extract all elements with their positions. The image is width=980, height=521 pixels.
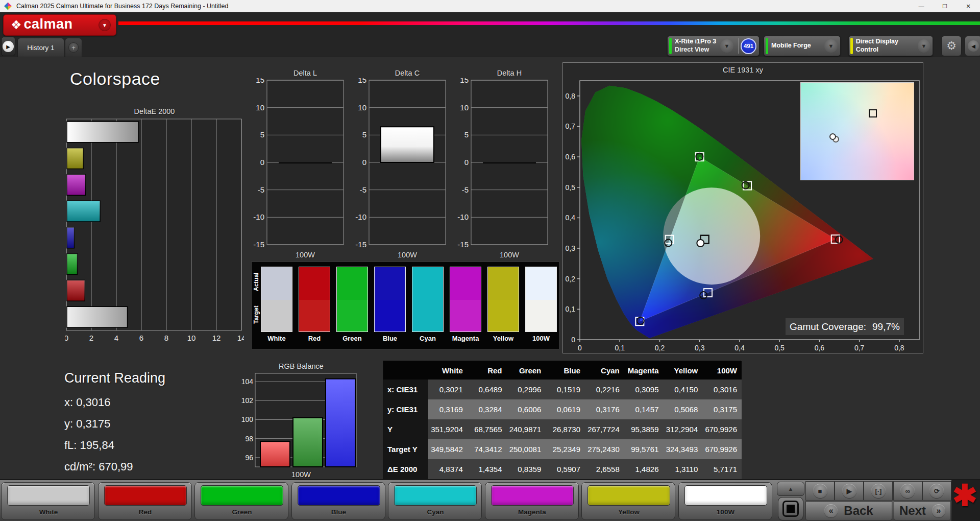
chevron-left-icon: ◀	[968, 40, 979, 52]
rgb-y-tick: 96	[245, 454, 253, 462]
table-row-label: Y	[383, 419, 428, 439]
table-cell: 349,5842	[428, 439, 468, 459]
pattern-swatch	[394, 485, 477, 506]
delta-y-tick: 5	[362, 130, 366, 139]
delta-y-tick: 15	[256, 78, 264, 84]
calman-menu-chevron-icon[interactable]: ▼	[99, 19, 111, 31]
rgb-bar-red	[260, 441, 290, 467]
swatch-red	[299, 267, 330, 332]
gear-icon: ⚙	[946, 39, 957, 53]
deltae-x-tick: 12	[212, 334, 221, 342]
table-cell: 0,1457	[624, 399, 664, 419]
delta-y-tick: -15	[457, 240, 469, 249]
cie-x-tick: 0,7	[854, 344, 865, 352]
cie-y-tick: 0,5	[566, 183, 576, 192]
delta-y-tick: 0	[362, 158, 366, 167]
chevron-down-icon[interactable]: ▼	[720, 39, 733, 53]
swatch-compare-panel: Actual Target WhiteRedGreenBlueCyanMagen…	[251, 262, 559, 349]
display-control-dropdown[interactable]: Direct Display Control ▼	[848, 36, 933, 56]
table-header-cyan: Cyan	[585, 361, 624, 380]
delta-y-tick: 10	[460, 103, 469, 112]
settings-button[interactable]: ⚙	[941, 36, 962, 56]
play-button[interactable]: ▶	[835, 481, 864, 501]
table-row-label: Target Y	[383, 439, 428, 459]
cie-1931-panel: CIE 1931 xy 0,80,70,60,50,40,30,20,1000,…	[562, 62, 923, 353]
pattern-button-100w[interactable]: 100W	[678, 482, 772, 520]
table-cell: 0,2216	[585, 380, 624, 399]
pattern-button-label: Cyan	[388, 508, 482, 516]
table-header-blue: Blue	[546, 361, 585, 380]
meter-dropdown[interactable]: X-Rite i1Pro 3 Direct View ▼ 491	[667, 36, 760, 56]
swatch-label: Blue	[374, 335, 406, 342]
delta-y-tick: -5	[462, 185, 469, 194]
table-cell: 275,2430	[585, 439, 624, 459]
collapse-panel-button[interactable]: ◀	[965, 36, 980, 56]
minimize-button[interactable]: —	[910, 0, 933, 12]
pattern-button-yellow[interactable]: Yellow	[581, 482, 675, 520]
deltae2000-chart-title: DeltaE 2000	[66, 107, 242, 115]
pattern-button-white[interactable]: White	[1, 482, 95, 520]
swatch-white	[261, 267, 292, 332]
delta-y-tick: -15	[253, 240, 264, 249]
delta-h-xlabel: 100W	[471, 251, 548, 259]
deltae-x-tick: 10	[187, 334, 196, 342]
pattern-button-label: Magenta	[485, 508, 579, 516]
close-button[interactable]: ✕	[957, 0, 980, 12]
table-cell: 0,3175	[702, 399, 742, 419]
swatch-blue	[374, 267, 406, 332]
table-cell: 267,7724	[585, 419, 624, 439]
swatch-100w	[525, 267, 557, 332]
table-cell: 1,3110	[664, 459, 703, 479]
table-cell: 324,3493	[664, 439, 703, 459]
pattern-button-blue[interactable]: Blue	[291, 482, 385, 520]
maximize-button[interactable]: ☐	[933, 0, 957, 12]
delta-y-tick: 15	[460, 78, 469, 84]
pattern-button-cyan[interactable]: Cyan	[388, 482, 482, 520]
delta-y-tick: 10	[358, 103, 366, 112]
table-cell: 351,9204	[428, 419, 468, 439]
cie-y-tick: 0,7	[566, 122, 576, 130]
source-dropdown[interactable]: Mobile Forge ▼	[764, 36, 841, 56]
pattern-button-label: Red	[99, 508, 192, 516]
continuous-button[interactable]: ∞	[893, 481, 922, 501]
deltaH-bar	[483, 162, 536, 164]
table-cell: 2,6558	[585, 459, 624, 479]
session-alert-asterisk: ✱	[952, 478, 977, 513]
display-control-status-indicator	[850, 38, 853, 54]
pattern-button-label: White	[2, 508, 95, 516]
table-cell: 0,0619	[546, 399, 585, 419]
loop-button[interactable]: ⟳	[922, 481, 951, 501]
add-tab-button[interactable]: +	[65, 38, 82, 57]
pattern-button-red[interactable]: Red	[98, 482, 192, 520]
delta-y-tick: -15	[355, 240, 366, 249]
pattern-button-magenta[interactable]: Magenta	[485, 482, 579, 520]
stop-button[interactable]: ■	[805, 481, 835, 501]
chevron-down-icon[interactable]: ▼	[824, 39, 838, 53]
rgb-y-tick: 98	[245, 435, 253, 443]
delta-y-tick: -10	[355, 212, 366, 221]
pattern-button-green[interactable]: Green	[194, 482, 288, 520]
calman-menu-button[interactable]: ❖ calman ▼	[3, 14, 116, 36]
delta-h-chart: 151050-5-10-15	[451, 78, 553, 253]
table-row-label: x: CIE31	[383, 380, 428, 399]
table-cell: 0,5907	[546, 459, 585, 479]
back-button[interactable]: « Back	[805, 501, 892, 520]
tab-history-1[interactable]: History 1	[17, 38, 64, 57]
table-header-white: White	[428, 361, 468, 380]
cie-y-tick: 0,6	[566, 153, 576, 161]
swatch-cyan	[412, 267, 444, 332]
chevron-double-left-icon: «	[824, 504, 838, 517]
workflow-nav-button[interactable]: ▶	[1, 37, 15, 56]
table-row-label: ΔE 2000	[383, 459, 428, 479]
single-measure-button[interactable]: [·]	[864, 481, 893, 501]
stop-large-button[interactable]	[778, 497, 803, 520]
collapse-transport-button[interactable]: ▲	[777, 482, 804, 496]
deltae-x-tick: 2	[89, 334, 93, 342]
swatch-magenta	[450, 267, 481, 332]
table-cell: 0,4150	[664, 380, 703, 399]
next-button[interactable]: Next »	[894, 501, 951, 520]
chevron-down-icon[interactable]: ▼	[918, 39, 930, 53]
source-status-indicator	[766, 38, 768, 54]
rgb-balance-chart: 1041021009896	[238, 371, 360, 471]
meter-count-badge[interactable]: 491	[741, 38, 756, 54]
